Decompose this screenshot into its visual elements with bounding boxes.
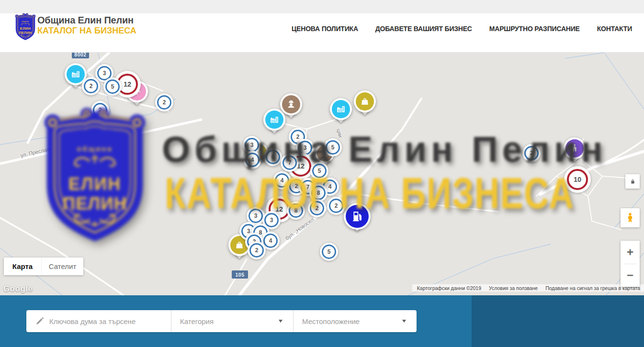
map-cluster[interactable]: 5: [320, 243, 338, 261]
page: Община Елин Пелин КАТАЛОГ НА БИЗНЕСА ЦЕН…: [0, 0, 644, 347]
map-pin-fuel[interactable]: [344, 203, 371, 230]
map-cluster[interactable]: 5: [103, 78, 122, 96]
nav-add-your-business[interactable]: ДОБАВЕТЕ ВАШИЯТ БИЗНЕС: [375, 25, 472, 33]
header: Община Елин Пелин КАТАЛОГ НА БИЗНЕСА ЦЕН…: [0, 13, 644, 53]
map-type-control: Карта Сателит: [4, 257, 83, 275]
keyword-section: [26, 310, 171, 332]
nav-route-schedule[interactable]: МАРШРУТНО РАЗПИСАНИЕ: [489, 25, 580, 33]
pegman-control[interactable]: [621, 208, 640, 227]
brand-subtitle: КАТАЛОГ НА БИЗНЕСА: [37, 26, 136, 36]
map-cluster[interactable]: 5: [310, 162, 328, 180]
map-cluster[interactable]: 2: [82, 77, 100, 95]
map-type-satellite-button[interactable]: Сателит: [41, 257, 83, 275]
location-select[interactable]: Местоположение: [294, 310, 417, 332]
zoom-in-button[interactable]: +: [621, 241, 640, 264]
pegman-icon: [624, 212, 636, 224]
lock-control[interactable]: [625, 174, 640, 189]
search-action-panel: [472, 295, 644, 347]
map-pin-factory[interactable]: [330, 98, 352, 120]
search-bar: Категория Местоположение ТЪРСЕНЕ: [0, 295, 644, 347]
map-cluster[interactable]: 2: [248, 241, 266, 259]
map-pin-bag[interactable]: [354, 90, 376, 112]
map-cluster[interactable]: 8: [287, 201, 305, 220]
attribution-terms-link[interactable]: Условия за ползване: [489, 285, 538, 291]
category-select-value: Категория: [180, 317, 214, 325]
map-cluster[interactable]: 2: [91, 101, 109, 119]
map-pin-factory[interactable]: [263, 109, 285, 131]
search-fields-group: Категория Местоположение: [26, 310, 417, 332]
chevron-down-icon: [402, 320, 406, 323]
map-canvas[interactable]: ул. Преславбул. „Новоселции8002105 31225…: [0, 53, 644, 295]
map-cluster[interactable]: 5: [324, 138, 342, 157]
brand: Община Елин Пелин КАТАЛОГ НА БИЗНЕСА: [37, 15, 136, 36]
map-pin-church[interactable]: [564, 137, 586, 159]
zoom-control: + −: [621, 241, 640, 287]
zoom-out-button[interactable]: −: [621, 264, 640, 287]
municipality-emblem-logo[interactable]: [14, 12, 36, 41]
markers-layer: 31225222353212647510427482212833384325: [0, 53, 644, 295]
map-cluster[interactable]: 2: [327, 197, 345, 215]
top-strip: [0, 0, 644, 13]
map-cluster[interactable]: 6: [264, 148, 282, 166]
map-type-map-button[interactable]: Карта: [4, 257, 41, 275]
map-cluster[interactable]: 2: [155, 93, 173, 112]
keyword-search-input[interactable]: [26, 310, 171, 332]
map-cluster[interactable]: 4: [243, 151, 261, 169]
lock-icon: [629, 178, 636, 185]
map-cluster[interactable]: 10: [564, 166, 591, 193]
map-cluster[interactable]: 2: [522, 144, 541, 162]
chevron-down-icon: [279, 320, 282, 323]
category-select[interactable]: Категория: [171, 310, 294, 332]
nav-pricing-policy[interactable]: ЦЕНОВА ПОЛИТИКА: [292, 25, 358, 33]
main-nav: ЦЕНОВА ПОЛИТИКА ДОБАВЕТЕ ВАШИЯТ БИЗНЕС М…: [292, 25, 632, 33]
location-select-value: Местоположение: [302, 317, 360, 325]
google-logo[interactable]: Google: [3, 284, 33, 294]
brand-title: Община Елин Пелин: [37, 15, 136, 25]
pencil-icon: [35, 316, 45, 326]
map-cluster[interactable]: 7: [281, 154, 299, 172]
map-cluster[interactable]: 2: [308, 199, 326, 217]
map-attribution: Картографски данни ©2019 Условия за полз…: [412, 284, 644, 291]
attribution-copyright: Картографски данни ©2019: [417, 285, 481, 291]
nav-contacts[interactable]: КОНТАКТИ: [597, 25, 632, 33]
